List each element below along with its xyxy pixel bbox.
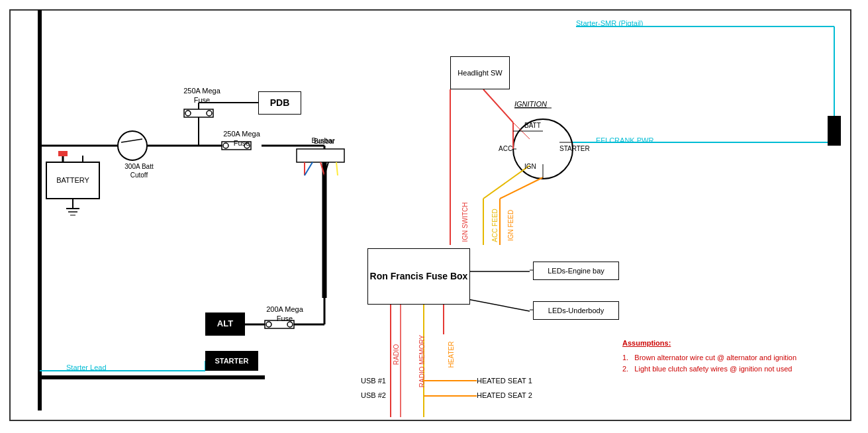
battery-box: BATTERY [46, 162, 99, 199]
fuse250-1-label: 250A Mega Fuse [179, 86, 225, 105]
assumptions-section: Assumptions: 1. Brown alternator wire cu… [622, 338, 796, 375]
starter-terminal-label: STARTER [559, 144, 590, 153]
svg-line-26 [483, 89, 513, 122]
assumption-2: 2. Light blue clutch safety wires @ igni… [622, 363, 796, 375]
svg-rect-21 [828, 116, 841, 146]
heated-seat1-label: HEATED SEAT 1 [477, 376, 532, 385]
heater-rotated: HEATER [448, 342, 455, 368]
acc-terminal-label: ACC [499, 144, 512, 153]
acc-feed-rotated: ACC FEED [491, 209, 499, 242]
ignition-label: IGNITION [514, 99, 547, 109]
svg-point-62 [118, 131, 147, 160]
ign-terminal-label: IGN [524, 162, 536, 171]
radio-rotated: RADIO [393, 344, 400, 365]
starter-box: STARTER [205, 351, 258, 371]
heated-seat2-label: HEATED SEAT 2 [477, 391, 532, 400]
svg-rect-56 [297, 149, 344, 162]
cutoff-label: 300A Batt Cutoff [116, 162, 162, 179]
svg-line-30 [483, 166, 530, 199]
fuse-box-label: Ron Francis Fuse Box [370, 270, 468, 282]
svg-line-32 [500, 177, 543, 199]
svg-point-44 [207, 111, 212, 116]
assumptions-title: Assumptions: [622, 338, 796, 350]
leds-engine-box: LEDs-Engine bay [533, 262, 619, 280]
efi-crank-label: EFI CRANK PWR [596, 136, 653, 145]
usb1-label: USB #1 [361, 376, 386, 385]
busbar-text: Busbar [300, 137, 349, 146]
usb2-label: USB #2 [361, 391, 386, 400]
svg-rect-67 [58, 151, 68, 156]
pdb-box: PDB [258, 91, 301, 115]
fuse200-label: 200A Mega Fuse [262, 305, 308, 324]
svg-line-61 [336, 162, 338, 175]
fuse250-2-label: 250A Mega Fuse [218, 129, 265, 148]
svg-line-58 [305, 162, 313, 175]
svg-point-43 [185, 111, 191, 116]
batt-terminal-label: BATT [524, 121, 541, 130]
leds-underbody-label: LEDs-Underbody [548, 306, 604, 315]
pdb-label: PDB [270, 97, 290, 109]
assumption-1: 1. Brown alternator wire cut @ alternato… [622, 352, 796, 364]
wiring-diagram: BATTERY PDB Busbar ALT STARTER Ron Franc… [0, 0, 868, 433]
starter-label: STARTER [215, 356, 248, 365]
fuse-box: Ron Francis Fuse Box [367, 248, 470, 305]
leds-underbody-box: LEDs-Underbody [533, 301, 619, 320]
battery-label: BATTERY [56, 175, 89, 185]
starter-smr-label: Starter-SMR (Pigtail) [576, 19, 643, 28]
ign-switch-rotated: IGN SWITCH [461, 203, 469, 242]
ign-feed1-rotated: IGN FEED [507, 210, 514, 241]
alt-label: ALT [217, 318, 233, 330]
alt-box: ALT [205, 313, 245, 336]
starter-lead-label: Starter Lead [66, 363, 107, 372]
leds-engine-label: LEDs-Engine bay [548, 266, 604, 275]
headlight-sw-label: Headlight SW [458, 68, 502, 77]
headlight-sw-box: Headlight SW [450, 56, 510, 89]
radio-memory-rotated: RADIO MEMORY [418, 335, 426, 387]
